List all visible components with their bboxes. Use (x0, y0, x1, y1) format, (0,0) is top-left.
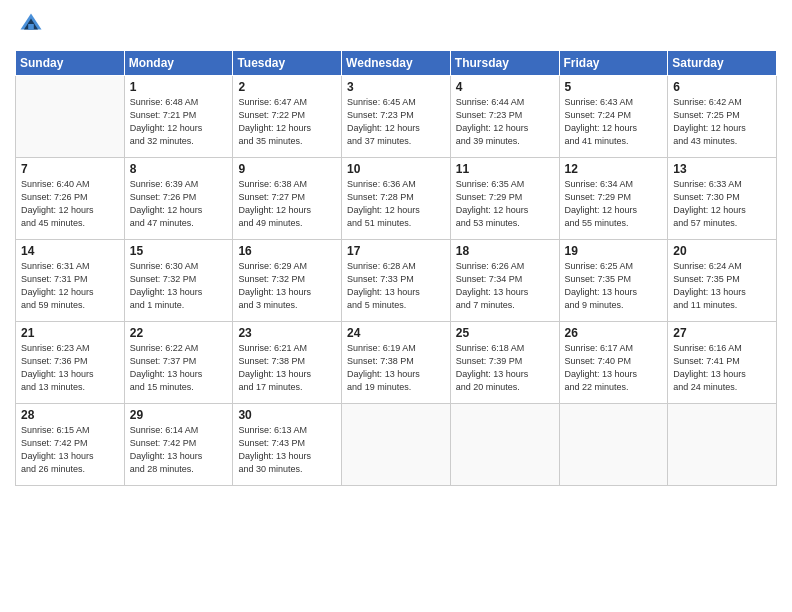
calendar-cell: 16Sunrise: 6:29 AM Sunset: 7:32 PM Dayli… (233, 240, 342, 322)
day-number: 6 (673, 80, 771, 94)
calendar-cell: 5Sunrise: 6:43 AM Sunset: 7:24 PM Daylig… (559, 76, 668, 158)
calendar-cell: 7Sunrise: 6:40 AM Sunset: 7:26 PM Daylig… (16, 158, 125, 240)
day-info: Sunrise: 6:14 AM Sunset: 7:42 PM Dayligh… (130, 424, 228, 476)
calendar-cell: 24Sunrise: 6:19 AM Sunset: 7:38 PM Dayli… (342, 322, 451, 404)
calendar-cell: 29Sunrise: 6:14 AM Sunset: 7:42 PM Dayli… (124, 404, 233, 486)
calendar-cell: 21Sunrise: 6:23 AM Sunset: 7:36 PM Dayli… (16, 322, 125, 404)
day-info: Sunrise: 6:23 AM Sunset: 7:36 PM Dayligh… (21, 342, 119, 394)
weekday-header: Thursday (450, 51, 559, 76)
calendar-cell: 13Sunrise: 6:33 AM Sunset: 7:30 PM Dayli… (668, 158, 777, 240)
calendar-cell (16, 76, 125, 158)
weekday-header: Tuesday (233, 51, 342, 76)
calendar-cell: 25Sunrise: 6:18 AM Sunset: 7:39 PM Dayli… (450, 322, 559, 404)
day-number: 26 (565, 326, 663, 340)
day-number: 21 (21, 326, 119, 340)
calendar-week-row: 1Sunrise: 6:48 AM Sunset: 7:21 PM Daylig… (16, 76, 777, 158)
day-number: 7 (21, 162, 119, 176)
day-number: 28 (21, 408, 119, 422)
day-number: 2 (238, 80, 336, 94)
day-number: 8 (130, 162, 228, 176)
calendar-cell (668, 404, 777, 486)
day-info: Sunrise: 6:28 AM Sunset: 7:33 PM Dayligh… (347, 260, 445, 312)
day-info: Sunrise: 6:17 AM Sunset: 7:40 PM Dayligh… (565, 342, 663, 394)
calendar-week-row: 28Sunrise: 6:15 AM Sunset: 7:42 PM Dayli… (16, 404, 777, 486)
day-number: 16 (238, 244, 336, 258)
calendar-week-row: 21Sunrise: 6:23 AM Sunset: 7:36 PM Dayli… (16, 322, 777, 404)
day-info: Sunrise: 6:35 AM Sunset: 7:29 PM Dayligh… (456, 178, 554, 230)
day-info: Sunrise: 6:19 AM Sunset: 7:38 PM Dayligh… (347, 342, 445, 394)
calendar-cell: 9Sunrise: 6:38 AM Sunset: 7:27 PM Daylig… (233, 158, 342, 240)
day-number: 25 (456, 326, 554, 340)
day-number: 17 (347, 244, 445, 258)
day-info: Sunrise: 6:45 AM Sunset: 7:23 PM Dayligh… (347, 96, 445, 148)
day-number: 29 (130, 408, 228, 422)
day-info: Sunrise: 6:22 AM Sunset: 7:37 PM Dayligh… (130, 342, 228, 394)
day-info: Sunrise: 6:42 AM Sunset: 7:25 PM Dayligh… (673, 96, 771, 148)
day-number: 15 (130, 244, 228, 258)
calendar-cell: 19Sunrise: 6:25 AM Sunset: 7:35 PM Dayli… (559, 240, 668, 322)
weekday-header: Friday (559, 51, 668, 76)
calendar-cell: 2Sunrise: 6:47 AM Sunset: 7:22 PM Daylig… (233, 76, 342, 158)
calendar-cell (559, 404, 668, 486)
day-number: 11 (456, 162, 554, 176)
day-number: 27 (673, 326, 771, 340)
calendar-cell: 20Sunrise: 6:24 AM Sunset: 7:35 PM Dayli… (668, 240, 777, 322)
calendar-cell: 1Sunrise: 6:48 AM Sunset: 7:21 PM Daylig… (124, 76, 233, 158)
calendar-week-row: 7Sunrise: 6:40 AM Sunset: 7:26 PM Daylig… (16, 158, 777, 240)
logo-icon (17, 10, 45, 38)
calendar-header-row: SundayMondayTuesdayWednesdayThursdayFrid… (16, 51, 777, 76)
day-number: 5 (565, 80, 663, 94)
day-info: Sunrise: 6:33 AM Sunset: 7:30 PM Dayligh… (673, 178, 771, 230)
day-number: 9 (238, 162, 336, 176)
calendar-cell: 17Sunrise: 6:28 AM Sunset: 7:33 PM Dayli… (342, 240, 451, 322)
calendar-cell: 3Sunrise: 6:45 AM Sunset: 7:23 PM Daylig… (342, 76, 451, 158)
day-info: Sunrise: 6:36 AM Sunset: 7:28 PM Dayligh… (347, 178, 445, 230)
calendar-cell (450, 404, 559, 486)
day-info: Sunrise: 6:16 AM Sunset: 7:41 PM Dayligh… (673, 342, 771, 394)
day-number: 4 (456, 80, 554, 94)
calendar-cell: 26Sunrise: 6:17 AM Sunset: 7:40 PM Dayli… (559, 322, 668, 404)
day-info: Sunrise: 6:34 AM Sunset: 7:29 PM Dayligh… (565, 178, 663, 230)
day-number: 19 (565, 244, 663, 258)
calendar-cell: 22Sunrise: 6:22 AM Sunset: 7:37 PM Dayli… (124, 322, 233, 404)
day-number: 3 (347, 80, 445, 94)
day-number: 23 (238, 326, 336, 340)
day-info: Sunrise: 6:48 AM Sunset: 7:21 PM Dayligh… (130, 96, 228, 148)
calendar-cell: 12Sunrise: 6:34 AM Sunset: 7:29 PM Dayli… (559, 158, 668, 240)
day-info: Sunrise: 6:31 AM Sunset: 7:31 PM Dayligh… (21, 260, 119, 312)
day-number: 30 (238, 408, 336, 422)
page: SundayMondayTuesdayWednesdayThursdayFrid… (0, 0, 792, 612)
calendar-cell: 6Sunrise: 6:42 AM Sunset: 7:25 PM Daylig… (668, 76, 777, 158)
day-number: 12 (565, 162, 663, 176)
day-number: 14 (21, 244, 119, 258)
day-info: Sunrise: 6:43 AM Sunset: 7:24 PM Dayligh… (565, 96, 663, 148)
calendar-cell: 10Sunrise: 6:36 AM Sunset: 7:28 PM Dayli… (342, 158, 451, 240)
day-info: Sunrise: 6:13 AM Sunset: 7:43 PM Dayligh… (238, 424, 336, 476)
day-number: 24 (347, 326, 445, 340)
weekday-header: Sunday (16, 51, 125, 76)
calendar-cell: 11Sunrise: 6:35 AM Sunset: 7:29 PM Dayli… (450, 158, 559, 240)
calendar-cell: 18Sunrise: 6:26 AM Sunset: 7:34 PM Dayli… (450, 240, 559, 322)
day-info: Sunrise: 6:25 AM Sunset: 7:35 PM Dayligh… (565, 260, 663, 312)
calendar-cell: 30Sunrise: 6:13 AM Sunset: 7:43 PM Dayli… (233, 404, 342, 486)
calendar-cell: 23Sunrise: 6:21 AM Sunset: 7:38 PM Dayli… (233, 322, 342, 404)
calendar-cell: 4Sunrise: 6:44 AM Sunset: 7:23 PM Daylig… (450, 76, 559, 158)
calendar-week-row: 14Sunrise: 6:31 AM Sunset: 7:31 PM Dayli… (16, 240, 777, 322)
day-number: 1 (130, 80, 228, 94)
day-info: Sunrise: 6:24 AM Sunset: 7:35 PM Dayligh… (673, 260, 771, 312)
weekday-header: Saturday (668, 51, 777, 76)
day-info: Sunrise: 6:15 AM Sunset: 7:42 PM Dayligh… (21, 424, 119, 476)
day-info: Sunrise: 6:18 AM Sunset: 7:39 PM Dayligh… (456, 342, 554, 394)
svg-rect-2 (28, 24, 34, 30)
day-info: Sunrise: 6:21 AM Sunset: 7:38 PM Dayligh… (238, 342, 336, 394)
calendar-cell: 27Sunrise: 6:16 AM Sunset: 7:41 PM Dayli… (668, 322, 777, 404)
calendar-cell: 28Sunrise: 6:15 AM Sunset: 7:42 PM Dayli… (16, 404, 125, 486)
day-info: Sunrise: 6:39 AM Sunset: 7:26 PM Dayligh… (130, 178, 228, 230)
calendar-cell: 8Sunrise: 6:39 AM Sunset: 7:26 PM Daylig… (124, 158, 233, 240)
header (15, 10, 777, 42)
day-number: 20 (673, 244, 771, 258)
day-number: 13 (673, 162, 771, 176)
weekday-header: Monday (124, 51, 233, 76)
calendar-table: SundayMondayTuesdayWednesdayThursdayFrid… (15, 50, 777, 486)
weekday-header: Wednesday (342, 51, 451, 76)
